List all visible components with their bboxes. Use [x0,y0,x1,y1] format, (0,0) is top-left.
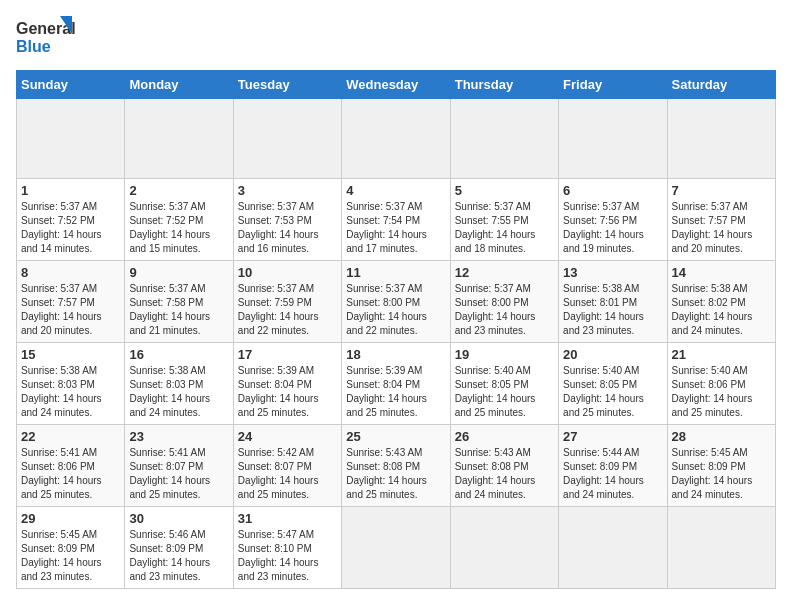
calendar-header: SundayMondayTuesdayWednesdayThursdayFrid… [17,71,776,99]
day-number: 3 [238,183,337,198]
day-number: 22 [21,429,120,444]
calendar-cell: 27Sunrise: 5:44 AMSunset: 8:09 PMDayligh… [559,425,667,507]
day-number: 27 [563,429,662,444]
day-info: Sunrise: 5:37 AMSunset: 7:57 PMDaylight:… [21,282,120,338]
day-header-sunday: Sunday [17,71,125,99]
calendar-cell: 1Sunrise: 5:37 AMSunset: 7:52 PMDaylight… [17,179,125,261]
calendar-cell: 26Sunrise: 5:43 AMSunset: 8:08 PMDayligh… [450,425,558,507]
day-info: Sunrise: 5:45 AMSunset: 8:09 PMDaylight:… [672,446,771,502]
calendar-cell: 4Sunrise: 5:37 AMSunset: 7:54 PMDaylight… [342,179,450,261]
calendar-body: 1Sunrise: 5:37 AMSunset: 7:52 PMDaylight… [17,99,776,589]
day-number: 28 [672,429,771,444]
day-info: Sunrise: 5:42 AMSunset: 8:07 PMDaylight:… [238,446,337,502]
day-info: Sunrise: 5:38 AMSunset: 8:03 PMDaylight:… [21,364,120,420]
page-header: GeneralBlue [16,16,776,60]
calendar-cell [125,99,233,179]
day-info: Sunrise: 5:38 AMSunset: 8:02 PMDaylight:… [672,282,771,338]
calendar-cell: 20Sunrise: 5:40 AMSunset: 8:05 PMDayligh… [559,343,667,425]
week-row-3: 8Sunrise: 5:37 AMSunset: 7:57 PMDaylight… [17,261,776,343]
day-info: Sunrise: 5:39 AMSunset: 8:04 PMDaylight:… [238,364,337,420]
day-info: Sunrise: 5:37 AMSunset: 7:52 PMDaylight:… [21,200,120,256]
day-number: 18 [346,347,445,362]
week-row-6: 29Sunrise: 5:45 AMSunset: 8:09 PMDayligh… [17,507,776,589]
week-row-4: 15Sunrise: 5:38 AMSunset: 8:03 PMDayligh… [17,343,776,425]
calendar-cell [667,99,775,179]
day-number: 21 [672,347,771,362]
day-number: 25 [346,429,445,444]
calendar-cell: 7Sunrise: 5:37 AMSunset: 7:57 PMDaylight… [667,179,775,261]
day-number: 9 [129,265,228,280]
day-info: Sunrise: 5:40 AMSunset: 8:06 PMDaylight:… [672,364,771,420]
day-info: Sunrise: 5:37 AMSunset: 7:58 PMDaylight:… [129,282,228,338]
logo-svg: GeneralBlue [16,16,76,60]
day-number: 2 [129,183,228,198]
day-number: 1 [21,183,120,198]
day-info: Sunrise: 5:37 AMSunset: 7:52 PMDaylight:… [129,200,228,256]
day-number: 6 [563,183,662,198]
day-number: 14 [672,265,771,280]
day-info: Sunrise: 5:37 AMSunset: 7:57 PMDaylight:… [672,200,771,256]
day-info: Sunrise: 5:37 AMSunset: 7:53 PMDaylight:… [238,200,337,256]
day-info: Sunrise: 5:46 AMSunset: 8:09 PMDaylight:… [129,528,228,584]
calendar-cell [450,507,558,589]
calendar-cell: 10Sunrise: 5:37 AMSunset: 7:59 PMDayligh… [233,261,341,343]
day-number: 13 [563,265,662,280]
day-info: Sunrise: 5:37 AMSunset: 7:54 PMDaylight:… [346,200,445,256]
calendar-cell: 16Sunrise: 5:38 AMSunset: 8:03 PMDayligh… [125,343,233,425]
calendar-cell [667,507,775,589]
day-info: Sunrise: 5:38 AMSunset: 8:01 PMDaylight:… [563,282,662,338]
calendar-cell: 15Sunrise: 5:38 AMSunset: 8:03 PMDayligh… [17,343,125,425]
week-row-5: 22Sunrise: 5:41 AMSunset: 8:06 PMDayligh… [17,425,776,507]
calendar-cell: 22Sunrise: 5:41 AMSunset: 8:06 PMDayligh… [17,425,125,507]
day-info: Sunrise: 5:44 AMSunset: 8:09 PMDaylight:… [563,446,662,502]
day-header-friday: Friday [559,71,667,99]
calendar-cell [17,99,125,179]
day-number: 20 [563,347,662,362]
day-info: Sunrise: 5:41 AMSunset: 8:07 PMDaylight:… [129,446,228,502]
day-number: 4 [346,183,445,198]
day-number: 10 [238,265,337,280]
calendar-cell [342,507,450,589]
day-info: Sunrise: 5:37 AMSunset: 7:59 PMDaylight:… [238,282,337,338]
day-number: 11 [346,265,445,280]
day-number: 19 [455,347,554,362]
day-info: Sunrise: 5:45 AMSunset: 8:09 PMDaylight:… [21,528,120,584]
calendar-cell: 8Sunrise: 5:37 AMSunset: 7:57 PMDaylight… [17,261,125,343]
day-number: 15 [21,347,120,362]
calendar-table: SundayMondayTuesdayWednesdayThursdayFrid… [16,70,776,589]
day-info: Sunrise: 5:43 AMSunset: 8:08 PMDaylight:… [455,446,554,502]
day-info: Sunrise: 5:41 AMSunset: 8:06 PMDaylight:… [21,446,120,502]
calendar-cell: 18Sunrise: 5:39 AMSunset: 8:04 PMDayligh… [342,343,450,425]
day-info: Sunrise: 5:38 AMSunset: 8:03 PMDaylight:… [129,364,228,420]
day-number: 5 [455,183,554,198]
day-number: 23 [129,429,228,444]
calendar-cell [342,99,450,179]
calendar-cell: 25Sunrise: 5:43 AMSunset: 8:08 PMDayligh… [342,425,450,507]
day-number: 24 [238,429,337,444]
calendar-cell: 5Sunrise: 5:37 AMSunset: 7:55 PMDaylight… [450,179,558,261]
calendar-cell: 6Sunrise: 5:37 AMSunset: 7:56 PMDaylight… [559,179,667,261]
calendar-cell: 24Sunrise: 5:42 AMSunset: 8:07 PMDayligh… [233,425,341,507]
calendar-cell: 19Sunrise: 5:40 AMSunset: 8:05 PMDayligh… [450,343,558,425]
calendar-cell: 28Sunrise: 5:45 AMSunset: 8:09 PMDayligh… [667,425,775,507]
day-number: 26 [455,429,554,444]
day-info: Sunrise: 5:43 AMSunset: 8:08 PMDaylight:… [346,446,445,502]
day-header-wednesday: Wednesday [342,71,450,99]
calendar-cell: 23Sunrise: 5:41 AMSunset: 8:07 PMDayligh… [125,425,233,507]
calendar-cell: 14Sunrise: 5:38 AMSunset: 8:02 PMDayligh… [667,261,775,343]
day-header-saturday: Saturday [667,71,775,99]
day-number: 31 [238,511,337,526]
calendar-cell: 29Sunrise: 5:45 AMSunset: 8:09 PMDayligh… [17,507,125,589]
calendar-cell: 31Sunrise: 5:47 AMSunset: 8:10 PMDayligh… [233,507,341,589]
day-number: 30 [129,511,228,526]
calendar-cell: 17Sunrise: 5:39 AMSunset: 8:04 PMDayligh… [233,343,341,425]
day-info: Sunrise: 5:47 AMSunset: 8:10 PMDaylight:… [238,528,337,584]
day-number: 8 [21,265,120,280]
calendar-cell: 21Sunrise: 5:40 AMSunset: 8:06 PMDayligh… [667,343,775,425]
days-of-week-row: SundayMondayTuesdayWednesdayThursdayFrid… [17,71,776,99]
day-number: 7 [672,183,771,198]
day-header-thursday: Thursday [450,71,558,99]
calendar-cell: 13Sunrise: 5:38 AMSunset: 8:01 PMDayligh… [559,261,667,343]
day-number: 12 [455,265,554,280]
svg-text:Blue: Blue [16,38,51,55]
